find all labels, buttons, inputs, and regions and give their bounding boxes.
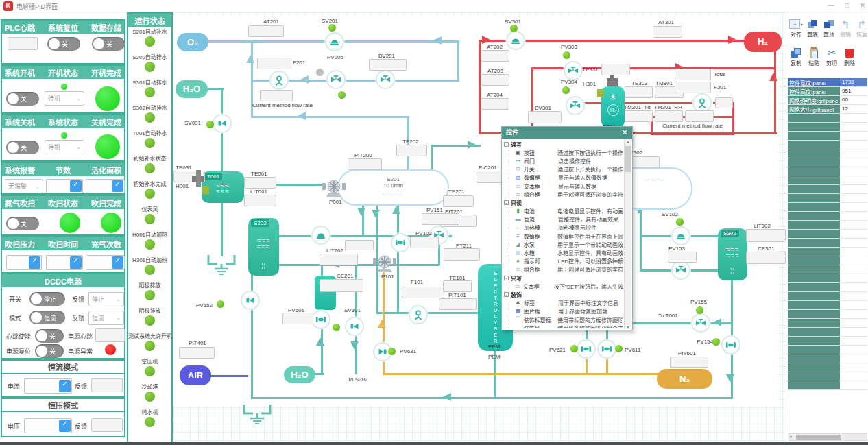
valve-PV304[interactable] <box>566 96 585 115</box>
field-input-AT204[interactable] <box>481 98 509 110</box>
palette-item[interactable]: ▭组合框用于创建可循环浏览的字符 <box>507 265 623 274</box>
palette-item[interactable]: —装饰线使用线条修饰图形化组合或 <box>507 324 623 328</box>
field-input-LIT001[interactable] <box>244 195 276 206</box>
dropdown-select[interactable]: 待机⌄ <box>45 91 84 106</box>
field-input-TE202[interactable] <box>396 145 427 156</box>
confirm-check-button[interactable]: ✓ <box>59 420 71 432</box>
toggle-switch[interactable]: 关 <box>35 344 64 358</box>
field-input-F301[interactable] <box>675 82 711 93</box>
confirm-check-button[interactable]: ✓ <box>29 256 40 269</box>
field-input-TE303[interactable] <box>625 86 653 98</box>
maximize-icon[interactable]: □ <box>841 1 852 11</box>
voltage-fb-input[interactable] <box>91 418 123 432</box>
valve-PV102[interactable] <box>391 233 410 252</box>
value-input-with-confirm[interactable]: ✓ <box>86 255 125 270</box>
toolbar-tofront-button[interactable]: 置顶 <box>821 18 837 38</box>
field-input-PIT401[interactable] <box>179 347 215 359</box>
field-input-TE001[interactable] <box>244 177 276 189</box>
palette-item[interactable]: ▮电池电池电量显示控件，有动画 <box>507 207 623 215</box>
field-input-PIT601[interactable] <box>670 357 708 368</box>
field-input-F201[interactable] <box>257 58 291 69</box>
property-row[interactable]: 控件宽度:panel1733 <box>788 78 867 87</box>
valve-PV153[interactable] <box>671 261 690 280</box>
valve-SV301[interactable] <box>506 31 525 50</box>
palette-item[interactable]: ▦水箱水箱显示控件，具有动画效 <box>507 248 623 256</box>
palette-item[interactable]: ▬管道管路控件，具有动画效果 <box>507 215 623 224</box>
property-value[interactable]: 12 <box>840 105 867 114</box>
toggle-switch[interactable]: 关 <box>6 217 39 230</box>
pump-P101[interactable] <box>373 252 396 273</box>
field-input-TM301_RH[interactable] <box>655 110 683 122</box>
plc-heartbeat-input[interactable] <box>8 37 38 50</box>
valve-SV001[interactable] <box>213 114 232 133</box>
widget-palette-window[interactable]: 控件 ✕ -读写▣按钮通过按下按钮执行一个操作⊶阀门点击操作控件⬭开关通过按下开… <box>501 126 633 330</box>
property-row[interactable]: 网格大小:grifpanel12 <box>788 105 867 114</box>
valve-SV201[interactable] <box>325 32 344 51</box>
separator-S201[interactable]: S20110.0mm◡◡◡ <box>337 169 449 206</box>
palette-tree[interactable]: -读写▣按钮通过按下按钮执行一个操作⊶阀门点击操作控件⬭开关通过按下开关执行一个… <box>503 140 623 328</box>
minimize-icon[interactable]: — <box>825 1 836 11</box>
tree-expand-icon[interactable]: - <box>504 292 509 297</box>
palette-group[interactable]: -只写 <box>503 274 623 282</box>
valve-PV205[interactable] <box>326 70 346 89</box>
tree-expand-icon[interactable]: - <box>504 276 509 280</box>
field-input-TM301_Td[interactable] <box>625 110 653 122</box>
field-input-PIT101[interactable] <box>439 298 477 310</box>
palette-item[interactable]: ◢水泵用于显示一个带转动动画效 <box>507 240 623 248</box>
field-input-unlabeled[interactable] <box>260 90 293 101</box>
toggle-switch[interactable]: 关 <box>47 37 80 51</box>
toolbar-copy-button[interactable]: 复制 <box>788 47 804 67</box>
field-input-PV151[interactable] <box>422 213 459 225</box>
palette-item[interactable]: ≡数值框数值框控件用于在界面上同 <box>507 232 623 240</box>
valve-PV152[interactable] <box>241 291 260 310</box>
toggle-switch[interactable]: 关 <box>92 37 125 51</box>
confirm-check-button[interactable]: ✓ <box>70 180 82 192</box>
palette-item[interactable]: ▭文本框显示与输入数据 <box>507 182 623 190</box>
tree-expand-icon[interactable]: - <box>504 142 509 147</box>
toolbar-cut-button[interactable]: ✂剪切 <box>823 47 840 67</box>
confirm-check-button[interactable]: ✓ <box>112 256 123 269</box>
field-input-unlabeled[interactable] <box>685 110 714 122</box>
field-input-CE301[interactable] <box>746 252 786 264</box>
palette-group[interactable]: -读写 <box>503 140 623 148</box>
field-input-AT202[interactable] <box>481 50 509 62</box>
field-input-PV501[interactable] <box>282 313 313 324</box>
valve-F201[interactable] <box>269 71 289 90</box>
field-input-PV153[interactable] <box>668 252 697 263</box>
property-value[interactable]: 60 <box>840 96 867 105</box>
property-row[interactable]: 网格透明度:grifpane60 <box>788 96 867 105</box>
dropdown-select[interactable]: 恒流⌄ <box>88 311 124 325</box>
toggle-switch[interactable]: 关 <box>6 141 39 154</box>
tank-S202[interactable]: S202≈≈≈≈≈≈¦¦ <box>248 218 279 276</box>
toolbar-delete-button[interactable]: 删除 <box>841 47 858 67</box>
field-input-AT201[interactable] <box>248 25 284 37</box>
property-value[interactable]: 1733 <box>840 78 867 87</box>
field-input-AT301[interactable] <box>653 26 682 38</box>
toggle-switch[interactable]: 关 <box>6 92 39 106</box>
tree-expand-icon[interactable]: - <box>504 200 509 205</box>
property-value[interactable]: 951 <box>840 87 867 96</box>
field-input-unlabeled[interactable] <box>715 97 733 108</box>
palette-item[interactable]: A标签用于界面中标注文字信息 <box>507 299 623 307</box>
palette-item[interactable]: ▩图片框用于界面背景图加载 <box>507 307 623 315</box>
pump-P001[interactable] <box>322 177 346 197</box>
value-input-with-confirm[interactable]: ✓ <box>24 418 72 433</box>
palette-scrollbar[interactable]: ▲▼ <box>624 139 631 329</box>
palette-item[interactable]: ⬭开关通过按下开关执行一个操作 <box>507 165 623 173</box>
valve-F301[interactable] <box>692 93 712 112</box>
current-fb-input[interactable] <box>91 378 123 392</box>
palette-group[interactable]: -只读 <box>503 198 623 206</box>
field-input-AT203[interactable] <box>481 74 509 86</box>
h-scrollbar[interactable]: ◂ <box>788 433 867 441</box>
confirm-check-button[interactable]: ✓ <box>59 380 71 392</box>
valve-F101[interactable] <box>409 305 428 324</box>
toggle-switch[interactable]: 恒流 <box>29 311 65 324</box>
toggle-switch[interactable]: 停止 <box>29 292 65 306</box>
palette-item[interactable]: ▭文本框按下"SET"按钮后，输入生效 <box>507 282 623 290</box>
valve-PV154[interactable] <box>721 335 740 354</box>
value-input-with-confirm[interactable]: ✓ <box>24 378 72 394</box>
palette-item[interactable]: ●指示灯LED控件，可以设置多种颜 <box>507 257 623 265</box>
value-input-with-confirm[interactable]: ✓ <box>6 255 42 270</box>
value-input-with-confirm[interactable]: ✓ <box>46 255 83 270</box>
toolbar-toback-button[interactable]: 置底 <box>804 18 821 38</box>
